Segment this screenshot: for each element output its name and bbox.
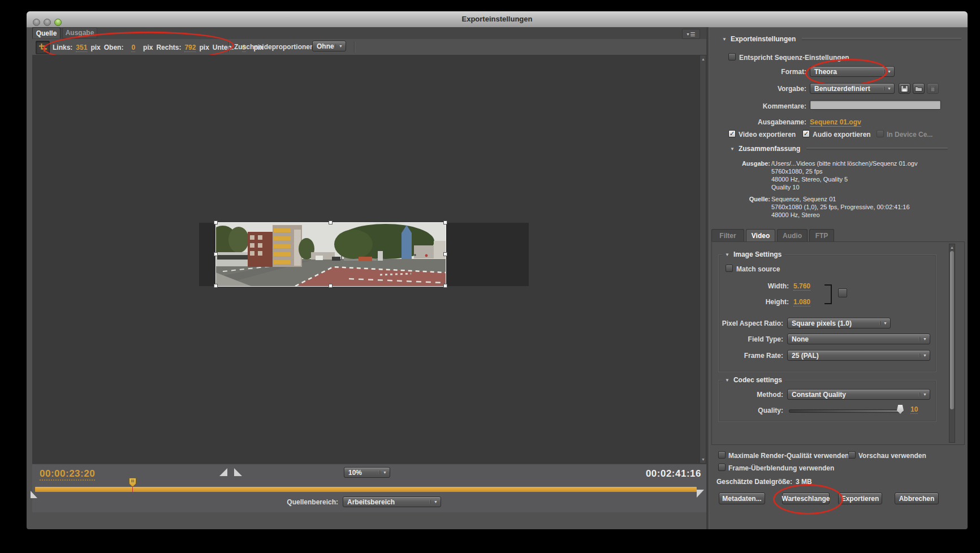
tab-quelle[interactable]: Quelle <box>32 27 61 38</box>
crop-tool-button[interactable] <box>36 41 50 54</box>
estimated-file-size: Geschätzte Dateigröße: 3 MB <box>716 478 812 486</box>
crop-handle[interactable] <box>214 221 218 224</box>
crop-oben-label: Oben: <box>104 44 124 51</box>
summary-source-line: 48000 Hz, Stereo <box>771 211 820 218</box>
crop-handle[interactable] <box>443 284 447 288</box>
crop-handle[interactable] <box>214 284 218 288</box>
use-preview-label: Vorschau verwenden <box>858 452 926 460</box>
crop-rechts-value[interactable]: 792 <box>184 44 196 52</box>
pixel-aspect-ratio-label: Pixel Aspect Ratio: <box>704 319 783 327</box>
crop-links-value[interactable]: 351 <box>76 44 87 52</box>
check-icon: ✓ <box>804 130 809 137</box>
format-label: Format: <box>724 68 806 76</box>
panel-menu-icon[interactable]: ▾ ☰ <box>682 29 700 39</box>
timeline-bar[interactable] <box>35 487 697 492</box>
pix-unit: pix <box>90 44 100 51</box>
max-render-quality-checkbox[interactable] <box>718 451 726 459</box>
quality-slider-track[interactable] <box>789 409 903 413</box>
summary-source-line: Sequence, Sequenz 01 <box>771 196 836 202</box>
height-value[interactable]: 1.080 <box>793 298 810 306</box>
summary-source-line: 5760x1080 (1,0), 25 fps, Progressive, 00… <box>771 204 910 210</box>
frame-blend-checkbox[interactable] <box>718 464 726 471</box>
trash-icon <box>930 85 936 92</box>
save-icon <box>901 85 908 92</box>
crop-links-label: Links: <box>53 44 72 51</box>
crop-oben-value[interactable]: 0 <box>131 44 135 52</box>
preview-scrollbar[interactable]: ▲ ▼ <box>700 55 706 464</box>
tab-ausgabe[interactable]: Ausgabe <box>62 27 97 38</box>
tab-ftp[interactable]: FTP <box>809 229 834 241</box>
tab-filter[interactable]: Filter <box>711 229 744 241</box>
crop-handle[interactable] <box>214 252 218 256</box>
scroll-down-icon[interactable]: ▼ <box>700 457 706 461</box>
link-dimensions-checkbox[interactable] <box>838 288 847 297</box>
codec-settings-header: ▼ Codec settings <box>722 376 785 384</box>
disclosure-triangle-icon[interactable]: ▼ <box>722 37 727 42</box>
source-range-label: Quellenbereich: <box>238 498 338 506</box>
source-tab-bar <box>32 27 706 40</box>
chevron-down-icon: ▼ <box>884 70 894 74</box>
preview-zoom-dropdown[interactable]: 10% ▼ <box>344 467 390 478</box>
export-audio-label: Audio exportieren <box>813 131 871 139</box>
queue-button[interactable]: Warteschlange <box>782 492 830 504</box>
import-preset-button[interactable] <box>913 83 925 94</box>
disclosure-triangle-icon[interactable]: ▼ <box>725 252 729 257</box>
disclosure-triangle-icon[interactable]: ▼ <box>730 146 735 152</box>
current-timecode[interactable]: 00:00:23:20 <box>40 468 95 481</box>
crop-proportions-dropdown[interactable]: Ohne ▼ <box>312 41 346 51</box>
crop-values: Links: 351 pix Oben: 0 pix Rechts: 792 p… <box>53 42 264 53</box>
source-range-dropdown[interactable]: Arbeitsbereich ▼ <box>343 496 441 507</box>
disclosure-triangle-icon[interactable]: ▼ <box>725 378 729 383</box>
delete-preset-button <box>927 83 939 94</box>
link-bracket-icon <box>824 284 832 304</box>
crop-handle[interactable] <box>443 221 447 224</box>
height-label: Height: <box>710 298 789 306</box>
frame-rate-dropdown[interactable]: 25 (PAL) ▼ <box>787 350 930 361</box>
comments-input[interactable] <box>810 100 941 110</box>
crop-rechts-label: Rechts: <box>156 44 181 51</box>
comments-label: Kommentare: <box>724 102 806 110</box>
scrollbar-thumb[interactable] <box>950 251 954 409</box>
export-button[interactable]: Exportieren <box>838 492 882 504</box>
summary-output-line: Quality 10 <box>771 184 800 191</box>
chevron-down-icon: ▼ <box>379 470 390 474</box>
quality-value[interactable]: 10 <box>910 405 918 414</box>
match-sequence-label: Entspricht Sequenz-Einstellungen <box>739 54 849 62</box>
quality-label: Quality: <box>704 407 783 414</box>
settings-scrollbar[interactable]: ▲ <box>949 244 955 443</box>
preset-label: Vorgabe: <box>724 85 806 93</box>
desktop: Exporteinstellungen Quelle Ausgabe ▾ ☰ L… <box>0 0 980 553</box>
cancel-button[interactable]: Abbrechen <box>895 492 939 504</box>
chevron-down-icon: ▼ <box>335 44 346 48</box>
chevron-down-icon: ▼ <box>919 337 930 341</box>
field-type-dropdown[interactable]: None ▼ <box>787 334 930 344</box>
folder-icon <box>915 85 922 92</box>
pixel-aspect-ratio-dropdown[interactable]: Square pixels (1.0) ▼ <box>787 318 891 329</box>
crop-handle[interactable] <box>329 284 333 288</box>
match-sequence-checkbox[interactable] <box>728 53 736 61</box>
scroll-up-icon[interactable]: ▲ <box>949 245 955 249</box>
tab-audio[interactable]: Audio <box>777 229 808 241</box>
scroll-up-icon[interactable]: ▲ <box>700 57 706 61</box>
match-source-checkbox[interactable] <box>726 265 733 272</box>
use-preview-checkbox[interactable] <box>848 451 856 459</box>
chevron-down-icon: ▼ <box>919 392 930 396</box>
summary-output-line: 5760x1080, 25 fps <box>771 168 823 175</box>
tab-video[interactable]: Video <box>746 229 775 242</box>
export-audio-checkbox[interactable]: ✓ <box>802 130 810 137</box>
method-dropdown[interactable]: Constant Quality ▼ <box>787 389 930 400</box>
export-video-checkbox[interactable]: ✓ <box>728 130 736 137</box>
crop-icon <box>39 44 47 51</box>
metadata-button[interactable]: Metadaten... <box>719 492 765 504</box>
crop-handle[interactable] <box>329 221 333 224</box>
output-name-link[interactable]: Sequenz 01.ogv <box>810 118 861 127</box>
export-settings-header: ▼ Exporteinstellungen <box>722 35 961 43</box>
format-dropdown[interactable]: Theora ▼ <box>810 66 895 77</box>
save-preset-button[interactable] <box>899 83 910 94</box>
panel-divider[interactable] <box>706 27 709 529</box>
width-value[interactable]: 5.760 <box>793 282 810 291</box>
crop-handle[interactable] <box>443 252 447 256</box>
preset-dropdown[interactable]: Benutzerdefiniert ▼ <box>810 83 895 94</box>
image-settings-header: ▼ Image Settings <box>722 250 784 258</box>
match-source-label: Match source <box>736 265 780 273</box>
